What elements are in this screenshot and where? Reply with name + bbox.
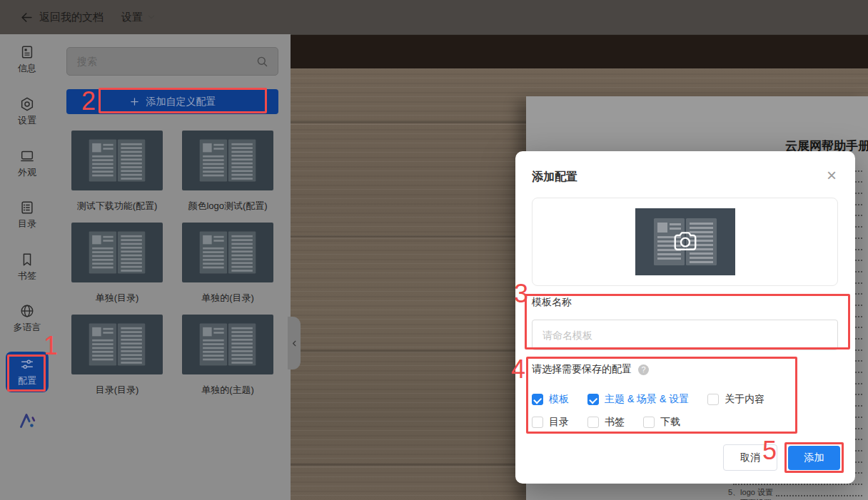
topbar: 返回我的文档 设置 xyxy=(0,0,868,35)
sidebar-item-bookmark[interactable]: 书签 xyxy=(0,252,54,281)
config-sliders-icon xyxy=(19,357,35,372)
modal-title: 添加配置 xyxy=(532,170,577,185)
config-thumbnail-upload[interactable] xyxy=(532,198,838,286)
template-card[interactable]: 单独的(主题) xyxy=(182,315,273,407)
template-card[interactable]: 单独(目录) xyxy=(71,223,163,315)
cancel-button[interactable]: 取消 xyxy=(723,444,777,471)
template-card[interactable]: 单独的(目录) xyxy=(182,223,273,315)
template-card[interactable]: 颜色logo测试(配置) xyxy=(182,131,273,223)
ai-assistant-button[interactable] xyxy=(0,411,54,433)
sidebar-item-info[interactable]: 信息 xyxy=(0,44,54,73)
template-thumbnail[interactable] xyxy=(71,315,163,374)
sidebar-item-label: 信息 xyxy=(0,63,54,73)
sidebar-item-config-active[interactable]: 配置 xyxy=(6,352,49,392)
sidebar-item-appearance[interactable]: 外观 xyxy=(0,148,54,178)
toc-list-icon xyxy=(19,200,35,215)
sidebar-item-label: 书签 xyxy=(0,271,54,281)
checkbox-template[interactable]: 模板 xyxy=(532,393,569,406)
template-thumbnail[interactable] xyxy=(71,131,163,190)
template-thumbnail[interactable] xyxy=(182,131,273,190)
checkbox-toc[interactable]: 目录 xyxy=(532,416,569,429)
template-grid: 测试下载功能(配置) 颜色logo测试(配置) 单独(目录) 单独的(目录) 目… xyxy=(71,131,273,407)
template-label: 单独的(主题) xyxy=(182,384,273,397)
config-thumbnail-preview xyxy=(635,208,735,275)
save-config-section-header: 请选择需要保存的配置 ? xyxy=(532,363,649,376)
template-name-label: 模板名称 xyxy=(532,296,572,309)
checkbox-label: 下载 xyxy=(660,416,680,429)
sidebar-item-label: 配置 xyxy=(18,374,36,387)
panel-collapse-handle[interactable] xyxy=(288,317,301,369)
add-custom-config-button[interactable]: 添加自定义配置 xyxy=(66,89,278,114)
checkbox-about-content[interactable]: 关于内容 xyxy=(707,393,764,406)
search-icon[interactable] xyxy=(256,55,269,68)
checkbox-box[interactable] xyxy=(587,394,599,405)
checkbox-box[interactable] xyxy=(643,417,655,428)
settings-label: 设置 xyxy=(121,11,143,24)
back-label: 返回我的文档 xyxy=(39,11,104,24)
checkbox-box[interactable] xyxy=(587,417,599,428)
camera-icon xyxy=(669,228,702,255)
toc-row: 5、logo 设置 xyxy=(526,487,868,499)
checkbox-row-2: 目录 书签 下载 xyxy=(532,414,680,430)
template-label: 目录(目录) xyxy=(71,384,163,397)
settings-gear-icon xyxy=(19,96,35,112)
template-card[interactable]: 测试下载功能(配置) xyxy=(71,131,163,223)
sidebar-item-label: 目录 xyxy=(0,219,54,229)
template-thumbnail[interactable] xyxy=(182,315,273,374)
checkbox-box[interactable] xyxy=(707,394,719,405)
checkbox-download[interactable]: 下载 xyxy=(643,416,680,429)
template-name-input[interactable] xyxy=(532,320,838,350)
template-label: 颜色logo测试(配置) xyxy=(182,200,273,213)
ai-logo-icon xyxy=(18,411,37,430)
chevron-down-icon xyxy=(146,12,156,22)
back-to-documents-button[interactable]: 返回我的文档 xyxy=(20,0,104,34)
canvas-dark-edge xyxy=(291,34,868,68)
sidebar-item-toc[interactable]: 目录 xyxy=(0,200,54,229)
add-config-modal: 添加配置 × 模板名称 请选择需要保存的配置 ? 模板 主题 & 场景 & 设置… xyxy=(515,151,855,484)
template-thumbnail[interactable] xyxy=(182,223,273,282)
checkbox-label: 关于内容 xyxy=(725,393,764,406)
close-icon[interactable]: × xyxy=(827,167,837,184)
sidebar-item-settings[interactable]: 设置 xyxy=(0,96,54,126)
template-label: 单独(目录) xyxy=(71,292,163,305)
checkbox-label: 模板 xyxy=(549,393,569,406)
left-arrow-icon xyxy=(20,11,34,24)
info-card-icon xyxy=(19,44,35,60)
template-thumbnail[interactable] xyxy=(71,223,163,282)
checkbox-bookmark[interactable]: 书签 xyxy=(587,416,625,429)
checkbox-theme-scene-settings[interactable]: 主题 & 场景 & 设置 xyxy=(587,393,689,406)
config-panel: 添加自定义配置 测试下载功能(配置) 颜色logo测试(配置) 单独(目录) 单… xyxy=(54,34,291,500)
sidebar-item-label: 外观 xyxy=(0,168,54,178)
save-config-section-label: 请选择需要保存的配置 xyxy=(532,363,632,376)
appearance-screen-icon xyxy=(19,148,35,164)
checkbox-box[interactable] xyxy=(532,394,543,405)
checkbox-label: 主题 & 场景 & 设置 xyxy=(605,393,689,406)
add-custom-config-label: 添加自定义配置 xyxy=(146,96,216,108)
add-button[interactable]: 添加 xyxy=(788,446,840,470)
sidebar-item-label: 多语言 xyxy=(0,322,54,332)
plus-icon xyxy=(129,96,140,107)
template-card[interactable]: 目录(目录) xyxy=(71,315,163,407)
checkbox-label: 目录 xyxy=(549,416,569,429)
search-box[interactable] xyxy=(66,47,278,76)
checkbox-label: 书签 xyxy=(605,416,625,429)
icon-sidebar: 信息 设置 外观 目录 书签 多语言 配置 xyxy=(0,34,55,500)
bookmark-icon xyxy=(19,252,35,267)
language-globe-icon xyxy=(19,303,35,319)
help-icon[interactable]: ? xyxy=(638,364,649,375)
search-input[interactable] xyxy=(67,56,256,67)
sidebar-item-label: 设置 xyxy=(0,116,54,126)
sidebar-item-language[interactable]: 多语言 xyxy=(0,303,54,332)
template-label: 测试下载功能(配置) xyxy=(71,200,163,213)
checkbox-row-1: 模板 主题 & 场景 & 设置 关于内容 xyxy=(532,392,764,407)
chevron-left-icon xyxy=(291,340,298,347)
template-label: 单独的(目录) xyxy=(182,292,273,305)
settings-dropdown[interactable]: 设置 xyxy=(121,0,156,34)
checkbox-box[interactable] xyxy=(532,417,543,428)
